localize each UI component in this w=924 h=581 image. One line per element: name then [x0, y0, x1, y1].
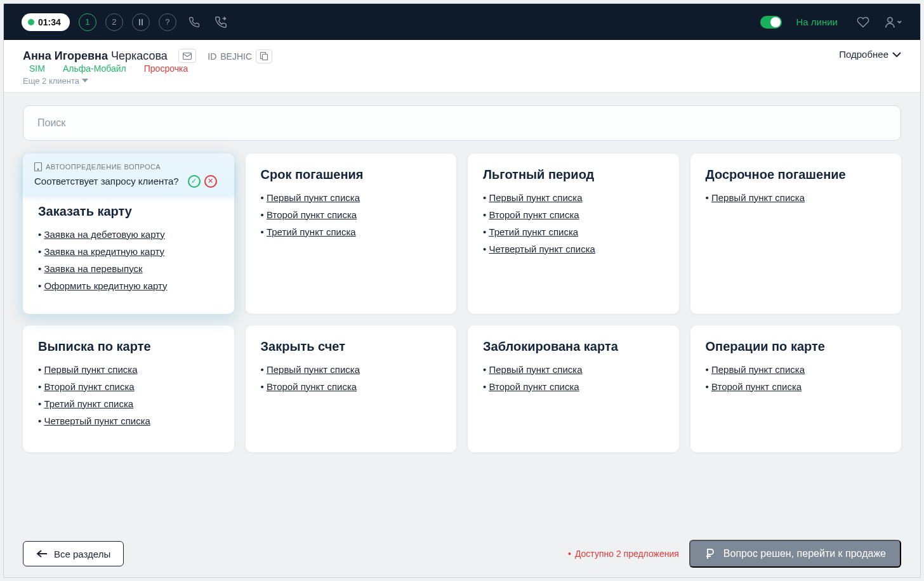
pause-button[interactable] — [132, 13, 150, 31]
svg-point-4 — [37, 169, 39, 170]
topic-link-item: Первый пункт списка — [483, 192, 664, 203]
svg-point-0 — [888, 17, 892, 22]
svg-rect-2 — [263, 55, 268, 60]
topic-link[interactable]: Заявка на перевыпуск — [44, 263, 142, 274]
topic-card: Закрыть счетПервый пункт спискаВторой пу… — [246, 325, 457, 452]
indicator-1[interactable]: 1 — [79, 13, 96, 31]
topic-link[interactable]: Первый пункт списка — [489, 192, 582, 203]
topic-link[interactable]: Второй пункт списка — [489, 209, 579, 220]
timer-text: 01:34 — [38, 17, 61, 27]
topic-card-title: Срок погашения — [261, 167, 442, 182]
topic-card-title: Досрочное погашение — [706, 167, 887, 182]
topic-link-item: Первый пункт списка — [261, 192, 442, 203]
status-dot-icon — [28, 19, 34, 25]
topic-card-title: Закрыть счет — [261, 339, 442, 354]
topic-link[interactable]: Заявка на дебетовую карту — [44, 229, 164, 240]
auto-detect-question: Соответствует запросу клиента?✓✕ — [34, 175, 223, 188]
topic-link[interactable]: Второй пункт списка — [489, 381, 579, 392]
topics-grid: АВТООПРЕДЕЛЕНИЕ ВОПРОСАСоответствует зап… — [23, 153, 901, 452]
topic-link[interactable]: Четвертый пункт списка — [489, 244, 595, 254]
copy-id-button[interactable] — [256, 49, 272, 63]
main-content: АВТООПРЕДЕЛЕНИЕ ВОПРОСАСоответствует зап… — [4, 93, 920, 531]
topic-link-item: Четвертый пункт списка — [38, 415, 219, 426]
topic-link[interactable]: Первый пункт списка — [267, 192, 360, 203]
topic-link[interactable]: Третий пункт списка — [44, 398, 133, 409]
topic-link-item: Второй пункт списка — [261, 209, 442, 220]
client-name: Анна Игоревна Черкасова — [23, 49, 171, 62]
topic-link-item: Третий пункт списка — [38, 398, 219, 409]
help-button[interactable]: ? — [159, 13, 176, 31]
indicator-2[interactable]: 2 — [105, 13, 123, 31]
topic-link-item: Четвертый пункт списка — [483, 244, 664, 254]
topic-link-list: Первый пункт спискаВторой пункт списка — [706, 364, 887, 392]
topic-link[interactable]: Третий пункт списка — [489, 226, 578, 237]
device-icon — [34, 162, 42, 171]
topic-link-list: Первый пункт списка — [706, 192, 887, 203]
topic-link[interactable]: Заявка на кредитную карту — [44, 246, 164, 257]
client-tag: Альфа-Мобайл — [63, 63, 126, 74]
topic-link-item: Заявка на кредитную карту — [38, 246, 219, 257]
client-tag: Просрочка — [144, 63, 188, 74]
topic-link-item: Первый пункт списка — [483, 364, 664, 375]
topic-card-title: Льготный период — [483, 167, 664, 182]
topic-link[interactable]: Второй пункт списка — [44, 381, 134, 392]
call-timer: 01:34 — [22, 13, 70, 31]
client-tag: SIM — [29, 63, 45, 74]
topic-card: Заблокирована картаПервый пункт спискаВт… — [468, 325, 679, 452]
topic-link[interactable]: Второй пункт списка — [267, 209, 357, 220]
footer: Все разделы Доступно 2 предложения Вопро… — [4, 530, 920, 577]
search-input[interactable] — [23, 105, 901, 141]
topic-card-title: Выписка по карте — [38, 339, 219, 354]
all-sections-button[interactable]: Все разделы — [23, 541, 124, 566]
topic-link-item: Второй пункт списка — [706, 381, 887, 392]
client-tags: SIMАльфа-МобайлПросрочка — [29, 63, 272, 74]
topic-card: Выписка по картеПервый пункт спискаВторо… — [23, 325, 234, 452]
auto-detect-header: АВТООПРЕДЕЛЕНИЕ ВОПРОСАСоответствует зап… — [23, 153, 234, 195]
topic-link-list: Первый пункт спискаВторой пункт спискаТр… — [483, 192, 664, 254]
topic-link-item: Первый пункт списка — [706, 192, 887, 203]
details-link[interactable]: Подробнее — [839, 49, 901, 60]
online-toggle[interactable] — [760, 16, 782, 29]
call-transfer-icon[interactable] — [212, 13, 230, 31]
profile-menu[interactable] — [885, 13, 902, 31]
resolve-cta-button[interactable]: Вопрос решен, перейти к продаже — [689, 540, 901, 568]
topic-link-item: Второй пункт списка — [483, 209, 664, 220]
topic-link-item: Оформить кредитную карту — [38, 280, 219, 291]
topic-link-item: Второй пункт списка — [38, 381, 219, 392]
topic-link-item: Заявка на дебетовую карту — [38, 229, 219, 240]
topic-link[interactable]: Второй пункт списка — [267, 381, 357, 392]
confirm-no-button[interactable]: ✕ — [204, 175, 217, 188]
topic-card: Досрочное погашениеПервый пункт списка — [690, 153, 902, 314]
topic-link-item: Первый пункт списка — [706, 364, 887, 375]
topbar: 01:34 1 2 ? На линии — [4, 4, 920, 40]
call-icon[interactable] — [185, 13, 203, 31]
email-chip[interactable] — [178, 49, 196, 63]
topic-link[interactable]: Первый пункт списка — [711, 192, 805, 203]
topic-link-list: Первый пункт спискаВторой пункт спискаТр… — [261, 192, 442, 237]
confirm-yes-button[interactable]: ✓ — [188, 175, 201, 188]
topic-link[interactable]: Первый пункт списка — [267, 364, 360, 375]
topic-link[interactable]: Второй пункт списка — [711, 381, 802, 392]
topic-link-list: Первый пункт спискаВторой пункт списка — [261, 364, 442, 392]
online-label: На линии — [796, 16, 838, 27]
offers-label: Доступно 2 предложения — [568, 549, 679, 559]
topic-card-title: Заказать карту — [38, 204, 219, 219]
topic-card: Срок погашенияПервый пункт спискаВторой … — [246, 153, 457, 314]
topic-link[interactable]: Первый пункт списка — [44, 364, 137, 375]
topic-card-title: Операции по карте — [706, 339, 887, 354]
topic-card-title: Заблокирована карта — [483, 339, 664, 354]
topic-link[interactable]: Первый пункт списка — [489, 364, 582, 375]
client-header: Анна Игоревна Черкасова ID BEJHIC SIMАль… — [4, 40, 920, 93]
topic-link[interactable]: Оформить кредитную карту — [44, 280, 167, 291]
topic-link-item: Второй пункт списка — [261, 381, 442, 392]
topic-link[interactable]: Первый пункт списка — [711, 364, 805, 375]
notifications-icon[interactable] — [854, 13, 872, 31]
topic-link[interactable]: Четвертый пункт списка — [44, 415, 150, 426]
client-id: ID BEJHIC — [208, 49, 272, 63]
topic-link-list: Первый пункт спискаВторой пункт спискаТр… — [38, 364, 219, 426]
topic-link-item: Второй пункт списка — [483, 381, 664, 392]
more-clients[interactable]: Еще 2 клиента — [23, 76, 272, 86]
topic-link[interactable]: Третий пункт списка — [267, 226, 356, 237]
topic-link-item: Третий пункт списка — [261, 226, 442, 237]
auto-detect-label: АВТООПРЕДЕЛЕНИЕ ВОПРОСА — [34, 162, 223, 171]
